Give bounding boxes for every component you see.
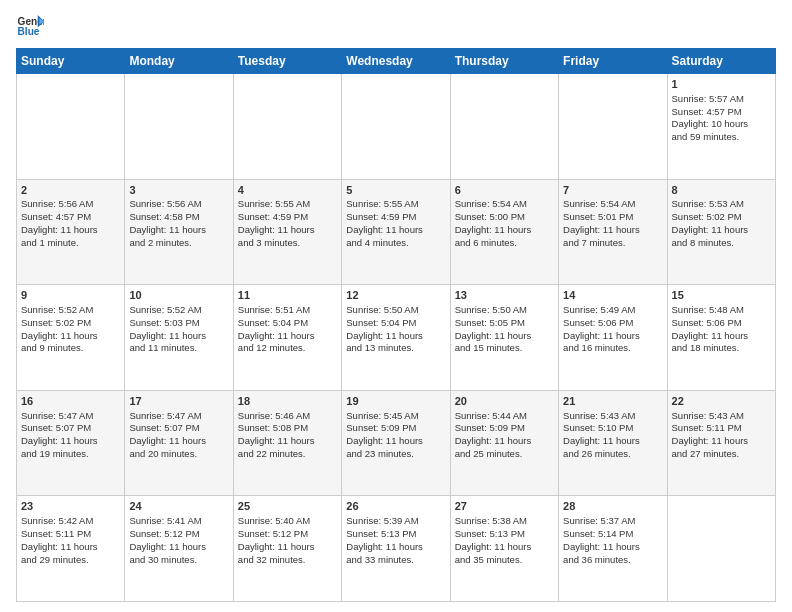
day-info: Daylight: 11 hours — [455, 330, 554, 343]
day-number: 14 — [563, 288, 662, 303]
day-info: and 13 minutes. — [346, 342, 445, 355]
cell-5-7 — [667, 496, 775, 602]
cell-5-5: 27Sunrise: 5:38 AMSunset: 5:13 PMDayligh… — [450, 496, 558, 602]
day-info: and 30 minutes. — [129, 554, 228, 567]
calendar-table: SundayMondayTuesdayWednesdayThursdayFrid… — [16, 48, 776, 602]
day-number: 6 — [455, 183, 554, 198]
cell-5-1: 23Sunrise: 5:42 AMSunset: 5:11 PMDayligh… — [17, 496, 125, 602]
day-number: 7 — [563, 183, 662, 198]
day-info: and 1 minute. — [21, 237, 120, 250]
day-info: Sunrise: 5:46 AM — [238, 410, 337, 423]
day-info: Sunset: 5:12 PM — [129, 528, 228, 541]
day-number: 9 — [21, 288, 120, 303]
day-info: Sunset: 5:09 PM — [346, 422, 445, 435]
day-info: Sunrise: 5:54 AM — [563, 198, 662, 211]
day-number: 24 — [129, 499, 228, 514]
day-info: Sunset: 5:07 PM — [21, 422, 120, 435]
day-info: and 15 minutes. — [455, 342, 554, 355]
day-info: Sunrise: 5:40 AM — [238, 515, 337, 528]
cell-4-7: 22Sunrise: 5:43 AMSunset: 5:11 PMDayligh… — [667, 390, 775, 496]
day-number: 26 — [346, 499, 445, 514]
day-number: 17 — [129, 394, 228, 409]
day-info: Sunset: 5:06 PM — [563, 317, 662, 330]
day-number: 27 — [455, 499, 554, 514]
day-info: Daylight: 11 hours — [346, 330, 445, 343]
day-info: Daylight: 11 hours — [672, 224, 771, 237]
day-info: Sunrise: 5:37 AM — [563, 515, 662, 528]
cell-2-4: 5Sunrise: 5:55 AMSunset: 4:59 PMDaylight… — [342, 179, 450, 285]
day-number: 25 — [238, 499, 337, 514]
day-info: and 9 minutes. — [21, 342, 120, 355]
day-info: Sunrise: 5:51 AM — [238, 304, 337, 317]
day-number: 21 — [563, 394, 662, 409]
col-header-sunday: Sunday — [17, 49, 125, 74]
col-header-monday: Monday — [125, 49, 233, 74]
day-number: 8 — [672, 183, 771, 198]
day-info: Sunset: 5:02 PM — [672, 211, 771, 224]
cell-5-2: 24Sunrise: 5:41 AMSunset: 5:12 PMDayligh… — [125, 496, 233, 602]
day-info: Sunrise: 5:42 AM — [21, 515, 120, 528]
day-info: and 19 minutes. — [21, 448, 120, 461]
day-number: 11 — [238, 288, 337, 303]
day-info: Sunset: 4:57 PM — [21, 211, 120, 224]
day-info: and 26 minutes. — [563, 448, 662, 461]
day-info: Sunrise: 5:47 AM — [21, 410, 120, 423]
day-info: Sunset: 5:07 PM — [129, 422, 228, 435]
header-row: SundayMondayTuesdayWednesdayThursdayFrid… — [17, 49, 776, 74]
day-info: Sunrise: 5:47 AM — [129, 410, 228, 423]
day-info: Daylight: 11 hours — [455, 541, 554, 554]
day-info: and 36 minutes. — [563, 554, 662, 567]
day-number: 19 — [346, 394, 445, 409]
page: General Blue SundayMondayTuesdayWednesda… — [0, 0, 792, 612]
cell-1-3 — [233, 74, 341, 180]
day-info: Sunset: 4:57 PM — [672, 106, 771, 119]
day-info: and 35 minutes. — [455, 554, 554, 567]
day-info: Sunset: 5:02 PM — [21, 317, 120, 330]
cell-3-1: 9Sunrise: 5:52 AMSunset: 5:02 PMDaylight… — [17, 285, 125, 391]
day-info: Sunrise: 5:57 AM — [672, 93, 771, 106]
logo: General Blue — [16, 12, 44, 40]
cell-1-1 — [17, 74, 125, 180]
day-number: 3 — [129, 183, 228, 198]
day-info: Sunrise: 5:52 AM — [129, 304, 228, 317]
col-header-thursday: Thursday — [450, 49, 558, 74]
week-row-4: 16Sunrise: 5:47 AMSunset: 5:07 PMDayligh… — [17, 390, 776, 496]
day-info: and 6 minutes. — [455, 237, 554, 250]
cell-4-3: 18Sunrise: 5:46 AMSunset: 5:08 PMDayligh… — [233, 390, 341, 496]
cell-3-4: 12Sunrise: 5:50 AMSunset: 5:04 PMDayligh… — [342, 285, 450, 391]
day-info: Sunrise: 5:50 AM — [455, 304, 554, 317]
cell-1-5 — [450, 74, 558, 180]
day-info: and 23 minutes. — [346, 448, 445, 461]
day-info: Sunset: 5:13 PM — [346, 528, 445, 541]
day-info: Sunrise: 5:41 AM — [129, 515, 228, 528]
day-number: 22 — [672, 394, 771, 409]
day-info: Sunrise: 5:56 AM — [129, 198, 228, 211]
cell-2-6: 7Sunrise: 5:54 AMSunset: 5:01 PMDaylight… — [559, 179, 667, 285]
day-info: and 22 minutes. — [238, 448, 337, 461]
cell-2-3: 4Sunrise: 5:55 AMSunset: 4:59 PMDaylight… — [233, 179, 341, 285]
day-info: Daylight: 11 hours — [563, 435, 662, 448]
day-info: and 29 minutes. — [21, 554, 120, 567]
day-info: Daylight: 11 hours — [238, 541, 337, 554]
day-info: Sunset: 5:00 PM — [455, 211, 554, 224]
day-number: 20 — [455, 394, 554, 409]
day-info: Sunrise: 5:55 AM — [346, 198, 445, 211]
day-number: 4 — [238, 183, 337, 198]
cell-3-2: 10Sunrise: 5:52 AMSunset: 5:03 PMDayligh… — [125, 285, 233, 391]
day-info: and 32 minutes. — [238, 554, 337, 567]
day-info: Daylight: 11 hours — [129, 541, 228, 554]
day-info: Daylight: 11 hours — [455, 224, 554, 237]
day-info: Daylight: 11 hours — [346, 435, 445, 448]
day-info: Sunrise: 5:38 AM — [455, 515, 554, 528]
day-info: Daylight: 11 hours — [129, 330, 228, 343]
day-info: Sunrise: 5:55 AM — [238, 198, 337, 211]
day-number: 13 — [455, 288, 554, 303]
cell-3-5: 13Sunrise: 5:50 AMSunset: 5:05 PMDayligh… — [450, 285, 558, 391]
day-info: Sunrise: 5:43 AM — [672, 410, 771, 423]
day-info: Sunrise: 5:44 AM — [455, 410, 554, 423]
col-header-friday: Friday — [559, 49, 667, 74]
day-info: Daylight: 11 hours — [672, 330, 771, 343]
day-info: and 18 minutes. — [672, 342, 771, 355]
day-info: Sunset: 5:11 PM — [672, 422, 771, 435]
day-info: and 8 minutes. — [672, 237, 771, 250]
